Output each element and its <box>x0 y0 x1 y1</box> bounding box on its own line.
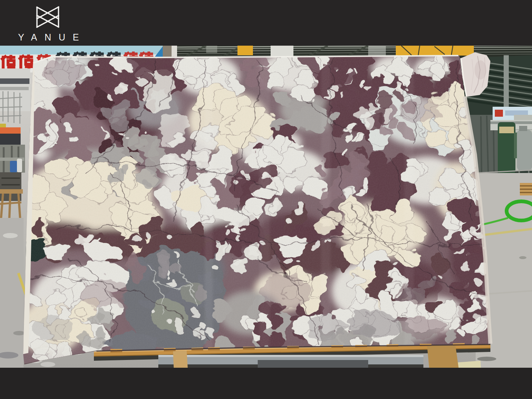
svg-text:YANUE: YANUE <box>18 32 86 42</box>
